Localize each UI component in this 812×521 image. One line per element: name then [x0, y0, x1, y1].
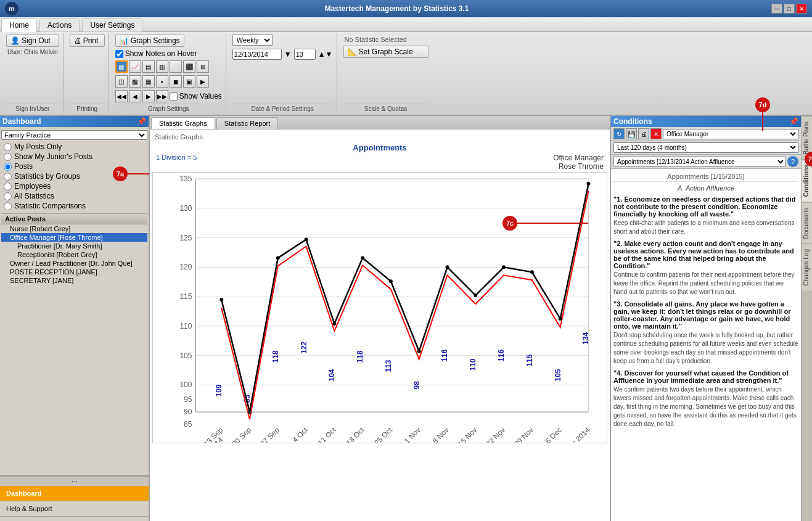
date-input[interactable]: [232, 49, 282, 60]
menu-bar: Home Actions User Settings: [0, 17, 812, 32]
svg-text:95: 95: [184, 395, 192, 404]
svg-text:8 Nov: 8 Nov: [431, 425, 451, 443]
toolbar-signin-section: 👤 Sign Out User: Chris Melvin Sign In/Us…: [2, 33, 64, 113]
office-manager-select[interactable]: Office Manager: [663, 129, 798, 139]
svg-text:15 Nov: 15 Nov: [456, 425, 479, 443]
sign-out-button[interactable]: 👤 Sign Out: [6, 35, 59, 47]
graph-title: Appointments: [152, 143, 607, 152]
help-icon[interactable]: ?: [787, 156, 798, 167]
graph-sub-5[interactable]: ◼: [170, 75, 182, 88]
appointments-select[interactable]: Appointments [12/13/2014 Action Affluenc…: [613, 157, 786, 167]
graph-type-4[interactable]: ⬜: [170, 60, 182, 73]
conditions-print-icon[interactable]: 🖨: [638, 128, 649, 139]
conditions-toolbar: ↻ 💾 🖨 ✕ Office Manager: [611, 127, 801, 141]
post-receptionist-robert-grey[interactable]: Receptionist [Robert Grey]: [1, 250, 147, 259]
stat-comparisons-radio[interactable]: [4, 202, 12, 210]
svg-point-53: [305, 238, 308, 242]
post-nurse-robert-grey[interactable]: Nurse [Robert Grey]: [1, 224, 147, 233]
nav-prev[interactable]: ◀: [129, 90, 141, 102]
svg-text:27 Sep: 27 Sep: [258, 425, 281, 443]
nav-first[interactable]: ◀◀: [115, 90, 128, 102]
graph-sub-1[interactable]: ◫: [115, 75, 128, 88]
dashboard-nav-button[interactable]: Dashboard: [0, 486, 149, 501]
tab-statistic-graphs[interactable]: Statistic Graphs: [151, 117, 215, 129]
sidebar-pin-icon[interactable]: 📌: [137, 117, 146, 126]
minimize-button[interactable]: ─: [771, 4, 782, 14]
conditions-expand-icon[interactable]: 📌: [789, 117, 798, 126]
show-notes-checkbox[interactable]: [115, 50, 123, 58]
all-stats-radio[interactable]: [4, 192, 12, 200]
svg-text:105: 105: [554, 369, 562, 381]
posts-radio[interactable]: [4, 163, 12, 171]
graph-type-5[interactable]: ⬛: [183, 60, 195, 73]
graph-type-3[interactable]: ▥: [156, 60, 168, 73]
toolbar-graph-settings-section: 📊 Graph Settings Show Notes on Hover ▦ 📈…: [112, 33, 226, 113]
svg-text:20 Sep: 20 Sep: [230, 425, 253, 443]
family-practice-select[interactable]: Family Practice: [1, 130, 147, 140]
close-button[interactable]: ✕: [796, 4, 807, 14]
graph-type-2[interactable]: ▤: [142, 60, 155, 73]
svg-text:122: 122: [300, 341, 308, 353]
svg-text:115: 115: [179, 292, 192, 301]
post-practitioner-mary-smith[interactable]: Practitioner [Dr. Mary Smith]: [1, 242, 147, 250]
restore-button[interactable]: □: [784, 4, 795, 14]
post-reception-jane[interactable]: POSTE RECEPTION [JANE]: [1, 268, 147, 276]
graph-sub-2[interactable]: ▩: [129, 75, 141, 88]
period-select-conditions[interactable]: Last 120 days (4 months): [613, 142, 798, 153]
annotation-7c-marker: 7c: [502, 216, 588, 231]
print-button[interactable]: 🖨 Print: [70, 35, 105, 47]
nav-next[interactable]: ▶: [142, 90, 155, 102]
svg-text:13 Dec 2014: 13 Dec 2014: [556, 425, 592, 443]
tab-statistic-report[interactable]: Statistic Report: [216, 117, 279, 129]
svg-text:1 Nov: 1 Nov: [403, 425, 422, 443]
sidebar-statistic-comparisons[interactable]: Statistic Comparisons: [1, 201, 147, 211]
post-office-manager[interactable]: Office Manager [Rose Throme]: [1, 233, 147, 242]
graph-sub-4[interactable]: ▪: [156, 75, 168, 88]
svg-text:29 Nov: 29 Nov: [512, 425, 535, 443]
graph-type-6[interactable]: ⊞: [197, 60, 209, 73]
period-select[interactable]: Weekly Daily Monthly: [232, 35, 273, 46]
svg-point-61: [530, 270, 534, 274]
graph-type-line[interactable]: 📈: [129, 60, 141, 73]
user-label: User: Chris Melvin: [6, 48, 59, 56]
period-number-input[interactable]: [294, 49, 316, 60]
menu-home[interactable]: Home: [1, 18, 37, 32]
sidebar-resize-handle[interactable]: ⋯: [0, 476, 149, 486]
administration-nav-button[interactable]: Administration: [0, 517, 149, 521]
side-tab-changes-log[interactable]: Changes Log: [802, 244, 812, 291]
app-logo: m: [5, 2, 18, 15]
stats-groups-radio[interactable]: [4, 173, 12, 181]
conditions-close-icon[interactable]: ✕: [650, 128, 662, 139]
appt-sub: A. Action Affluence: [613, 184, 798, 192]
employees-radio[interactable]: [4, 183, 12, 191]
conditions-refresh-icon[interactable]: ↻: [613, 128, 625, 139]
menu-actions[interactable]: Actions: [39, 18, 80, 32]
conditions-save-icon[interactable]: 💾: [626, 128, 637, 139]
show-values-checkbox[interactable]: [170, 92, 178, 101]
graph-sub-7[interactable]: ▶: [197, 75, 209, 88]
my-posts-radio[interactable]: [4, 143, 12, 151]
sidebar-employees[interactable]: Employees: [1, 181, 147, 191]
svg-text:90: 90: [184, 408, 192, 416]
sidebar-all-statistics[interactable]: All Statistics: [1, 191, 147, 201]
graph-breadcrumb: Statistic Graphs: [152, 132, 607, 142]
graph-settings-button[interactable]: 📊 Graph Settings: [115, 35, 184, 47]
side-tab-documents[interactable]: Documents: [802, 202, 812, 244]
menu-user-settings[interactable]: User Settings: [82, 18, 142, 32]
graph-sub-3[interactable]: ▦: [142, 75, 155, 88]
annotation-7d: 7d: [755, 97, 770, 131]
post-secretary-jane[interactable]: SECRETARY [JANE]: [1, 276, 147, 285]
set-graph-scale-button[interactable]: 📐 Set Graph Scale: [343, 46, 429, 58]
graph-sub-6[interactable]: ▣: [183, 75, 195, 88]
sidebar-show-juniors[interactable]: Show My Junior's Posts: [1, 152, 147, 162]
svg-text:115: 115: [525, 354, 534, 366]
svg-text:110: 110: [179, 322, 192, 330]
graph-type-bar[interactable]: ▦: [115, 60, 128, 73]
help-support-nav-button[interactable]: Help & Support: [0, 501, 149, 517]
sidebar-my-posts-only[interactable]: My Posts Only: [1, 142, 147, 152]
post-owner-john-que[interactable]: Owner / Lead Practitioner [Dr. John Que]: [1, 259, 147, 268]
toolbar: 👤 Sign Out User: Chris Melvin Sign In/Us…: [0, 32, 812, 116]
juniors-radio[interactable]: [4, 153, 12, 161]
conditions-period-row: Last 120 days (4 months): [611, 141, 801, 155]
nav-last[interactable]: ▶▶: [156, 90, 168, 102]
